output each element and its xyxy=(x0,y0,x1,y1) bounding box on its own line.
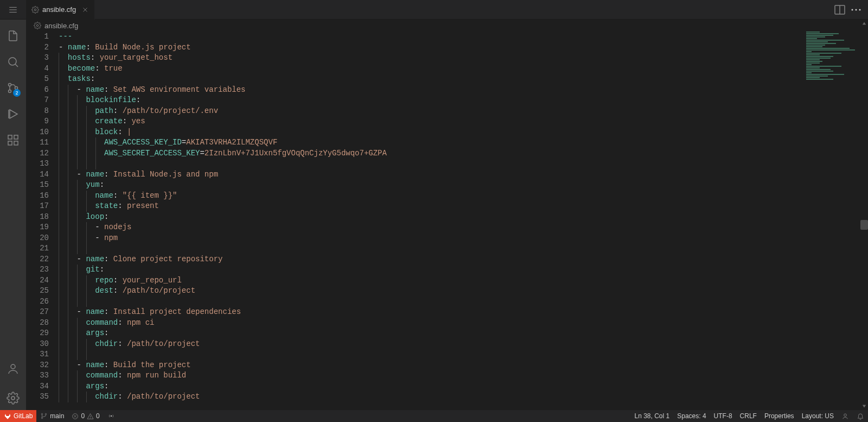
status-cursor[interactable]: Ln 38, Col 1 xyxy=(630,412,673,420)
scm-badge: 2 xyxy=(13,89,21,97)
warning-icon xyxy=(87,413,94,420)
scrollbar-up-icon[interactable] xyxy=(860,20,868,27)
svg-point-33 xyxy=(90,418,91,418)
activity-settings-icon[interactable] xyxy=(0,386,26,410)
activity-extensions-icon[interactable] xyxy=(0,128,26,152)
svg-point-8 xyxy=(852,9,853,10)
svg-point-10 xyxy=(859,9,861,10)
svg-marker-25 xyxy=(863,405,866,408)
svg-point-3 xyxy=(34,9,36,11)
svg-point-26 xyxy=(42,413,43,414)
status-indent[interactable]: Spaces: 4 xyxy=(673,412,710,420)
status-language[interactable]: Properties xyxy=(761,412,798,420)
activity-debug-icon[interactable] xyxy=(0,102,26,126)
status-layout[interactable]: Layout: US xyxy=(798,412,838,420)
gitlab-icon xyxy=(4,412,11,420)
radio-icon xyxy=(107,412,115,420)
svg-point-21 xyxy=(11,364,15,369)
status-gitlab[interactable]: GitLab xyxy=(0,410,36,422)
activity-scm-icon[interactable]: 2 xyxy=(0,76,26,100)
status-bell-icon[interactable] xyxy=(853,412,868,420)
breadcrumb[interactable]: ansible.cfg xyxy=(26,20,868,32)
scrollbar-thumb[interactable] xyxy=(860,220,868,230)
gear-icon xyxy=(34,22,41,29)
close-icon[interactable] xyxy=(81,6,89,14)
svg-point-22 xyxy=(11,396,15,400)
more-actions-icon[interactable] xyxy=(850,3,863,16)
status-problems[interactable]: 0 0 xyxy=(68,410,103,422)
svg-point-27 xyxy=(42,417,43,418)
status-feedback-icon[interactable] xyxy=(838,412,853,420)
breadcrumb-label: ansible.cfg xyxy=(44,22,78,30)
svg-marker-24 xyxy=(863,22,866,25)
svg-point-9 xyxy=(856,9,857,10)
status-bar: GitLab main 0 0 Ln 38, Col 1 Spaces: 4 U… xyxy=(0,410,868,422)
code-content[interactable]: ---- name: Build Node.js project hosts: … xyxy=(59,32,868,410)
svg-marker-16 xyxy=(10,110,17,118)
line-gutter: 1234567891011121314151617181920212223242… xyxy=(26,32,59,410)
svg-point-13 xyxy=(9,84,11,86)
svg-rect-17 xyxy=(8,135,12,139)
svg-rect-19 xyxy=(14,141,18,145)
status-ports[interactable] xyxy=(104,410,119,422)
svg-rect-18 xyxy=(8,141,12,145)
tab-label: ansible.cfg xyxy=(42,5,76,14)
tab-ansible-cfg[interactable]: ansible.cfg xyxy=(26,0,95,20)
activity-explorer-icon[interactable] xyxy=(0,24,26,48)
activity-search-icon[interactable] xyxy=(0,50,26,74)
editor-area: ansible.cfg 1234567891011121314151617181… xyxy=(26,20,868,410)
title-bar: ansible.cfg xyxy=(0,0,868,20)
svg-point-23 xyxy=(36,24,39,27)
status-errors-count: 0 xyxy=(81,412,85,420)
svg-point-11 xyxy=(9,58,16,65)
code-editor[interactable]: 1234567891011121314151617181920212223242… xyxy=(26,32,868,410)
scrollbar-down-icon[interactable] xyxy=(860,402,868,410)
status-branch-label: main xyxy=(50,412,64,420)
status-encoding[interactable]: UTF-8 xyxy=(710,412,736,420)
status-eol[interactable]: CRLF xyxy=(736,412,761,420)
svg-point-28 xyxy=(46,413,47,414)
split-editor-icon[interactable] xyxy=(833,3,846,16)
svg-point-14 xyxy=(9,90,11,93)
status-branch[interactable]: main xyxy=(36,410,68,422)
error-icon xyxy=(72,413,79,420)
activity-account-icon[interactable] xyxy=(0,357,26,381)
menu-hamburger-icon[interactable] xyxy=(0,0,26,19)
status-gitlab-label: GitLab xyxy=(14,412,33,420)
svg-point-35 xyxy=(844,414,847,417)
svg-line-12 xyxy=(15,64,18,67)
svg-point-34 xyxy=(111,415,112,417)
gear-icon xyxy=(31,6,39,14)
status-warnings-count: 0 xyxy=(96,412,100,420)
activity-bar: 2 xyxy=(0,20,26,410)
svg-rect-20 xyxy=(14,135,18,139)
branch-icon xyxy=(40,412,48,420)
